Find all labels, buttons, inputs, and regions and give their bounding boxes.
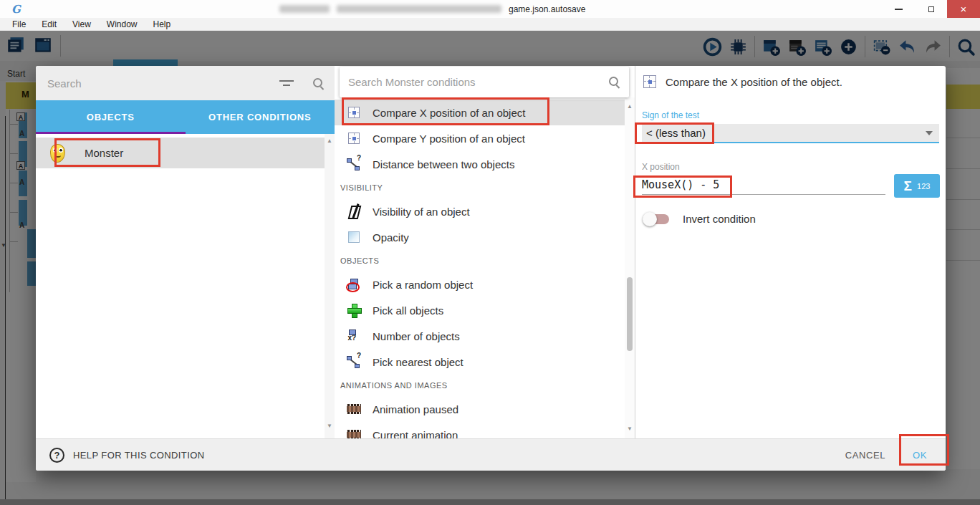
open-expression-editor-button[interactable]: Σ 123 <box>894 174 940 198</box>
condition-list: Compare X position of an object Compare … <box>335 97 625 438</box>
pick-all-icon <box>347 304 360 317</box>
restore-button[interactable] <box>915 0 947 18</box>
menu-help[interactable]: Help <box>145 19 179 29</box>
search-icon[interactable] <box>608 76 620 88</box>
window-title: game.json.autosave <box>279 0 585 18</box>
condition-item-pick-all[interactable]: Pick all objects <box>335 297 625 323</box>
blurred-title-segment <box>337 5 501 13</box>
title-bar: G game.json.autosave × <box>0 0 980 18</box>
pick-nearest-icon <box>347 355 360 368</box>
object-selector-panel: OBJECTS OTHER CONDITIONS Monster ▲ ▼ <box>36 66 335 438</box>
digits-label: 123 <box>917 182 930 191</box>
condition-list-scrollbar[interactable]: ▲ ▼ <box>625 97 635 438</box>
annotation-rect-ok <box>899 434 949 466</box>
close-icon: × <box>961 4 967 14</box>
gdevelop-window: G game.json.autosave × File Edit View Wi… <box>0 0 980 505</box>
blurred-title-segment <box>279 5 330 13</box>
condition-item-distance[interactable]: Distance between two objects <box>335 151 625 177</box>
tab-objects[interactable]: OBJECTS <box>36 100 186 134</box>
window-title-text: game.json.autosave <box>509 4 585 14</box>
animation-icon <box>347 404 361 414</box>
search-icon[interactable] <box>312 77 325 90</box>
menu-file[interactable]: File <box>4 19 34 29</box>
invert-condition-toggle[interactable] <box>645 214 669 224</box>
invert-condition-row: Invert condition <box>643 213 756 225</box>
section-header-animations: ANIMATIONS AND IMAGES <box>335 375 625 396</box>
dialog-footer: ? HELP FOR THIS CONDITION CANCEL OK <box>36 438 946 471</box>
position-icon <box>643 75 656 88</box>
window-controls: × <box>883 0 980 18</box>
filter-icon[interactable] <box>279 78 294 88</box>
condition-item-current-animation[interactable]: Current animation <box>335 422 625 438</box>
number-of-objects-icon <box>347 330 360 342</box>
animation-icon <box>347 430 361 438</box>
annotation-rect-compare-x <box>342 97 549 125</box>
annotation-rect-less-than <box>635 122 714 144</box>
condition-description: Compare the X position of the object. <box>643 75 842 88</box>
help-for-condition-link[interactable]: HELP FOR THIS CONDITION <box>73 450 205 461</box>
condition-item-visibility[interactable]: Visibility of an object <box>335 198 625 224</box>
condition-item-compare-y[interactable]: Compare Y position of an object <box>335 125 625 151</box>
help-icon: ? <box>49 448 64 463</box>
active-tab-underline <box>36 132 186 134</box>
object-search-bar <box>36 66 335 100</box>
gdevelop-logo-icon: G <box>11 3 21 16</box>
menu-view[interactable]: View <box>64 19 99 29</box>
condition-item-animation-paused[interactable]: Animation paused <box>335 396 625 422</box>
chevron-down-icon <box>926 131 933 135</box>
scroll-down-icon[interactable]: ▼ <box>325 423 335 429</box>
condition-item-opacity[interactable]: Opacity <box>335 224 625 250</box>
scroll-up-icon[interactable]: ▲ <box>625 103 635 110</box>
sign-of-test-label: Sign of the test <box>642 110 699 120</box>
scroll-down-icon[interactable]: ▼ <box>625 425 635 432</box>
minimize-button[interactable] <box>883 0 915 18</box>
section-header-visibility: VISIBILITY <box>335 177 625 198</box>
invert-condition-label: Invert condition <box>683 213 756 225</box>
minimize-icon <box>895 9 903 10</box>
condition-search-bar <box>340 67 629 97</box>
distance-icon <box>347 158 360 170</box>
menu-bar: File Edit View Window Help <box>0 18 980 31</box>
scroll-up-icon[interactable]: ▲ <box>325 138 335 144</box>
object-search-input[interactable] <box>36 77 279 90</box>
condition-item-pick-random[interactable]: Pick a random object <box>335 271 625 297</box>
restore-icon <box>928 6 934 12</box>
annotation-rect-monster <box>54 138 160 167</box>
sigma-icon: Σ <box>904 179 912 193</box>
close-button[interactable]: × <box>947 0 980 18</box>
condition-search-input[interactable] <box>340 76 608 88</box>
condition-editor-dialog: OBJECTS OTHER CONDITIONS Monster ▲ ▼ <box>36 66 946 471</box>
condition-item-number-of-objects[interactable]: Number of objects <box>335 323 625 349</box>
scrollbar-thumb[interactable] <box>627 277 633 351</box>
section-header-objects: OBJECTS <box>335 250 625 271</box>
menu-window[interactable]: Window <box>99 19 145 29</box>
selector-tab-bar: OBJECTS OTHER CONDITIONS <box>36 100 335 134</box>
tab-other-conditions[interactable]: OTHER CONDITIONS <box>186 100 335 134</box>
cancel-button[interactable]: CANCEL <box>845 450 885 461</box>
visibility-icon <box>348 205 360 218</box>
toggle-thumb <box>643 212 657 226</box>
position-icon <box>348 133 360 144</box>
condition-item-pick-nearest[interactable]: Pick nearest object <box>335 349 625 375</box>
annotation-rect-expression <box>633 175 732 198</box>
pick-random-icon <box>347 279 360 291</box>
condition-parameters-panel: Compare the X position of the object. Si… <box>635 66 946 438</box>
object-list-scrollbar[interactable]: ▲ ▼ <box>325 134 335 438</box>
x-position-label: X position <box>642 162 680 172</box>
opacity-icon <box>348 231 360 243</box>
menu-edit[interactable]: Edit <box>34 19 64 29</box>
